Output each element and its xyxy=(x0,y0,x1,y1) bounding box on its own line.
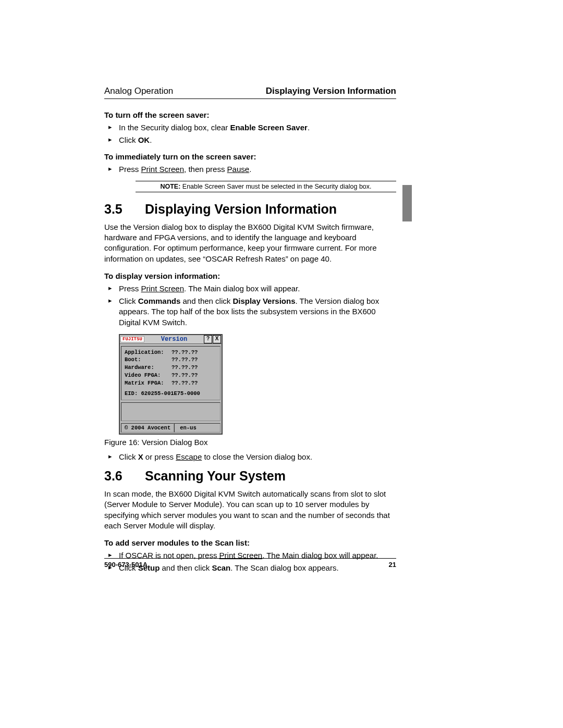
list-item: Press Print Screen, then press Pause. xyxy=(104,164,396,175)
version-panel: Application:??.??.?? Boot:??.??.?? Hardw… xyxy=(121,346,221,400)
table-row: Application:??.??.?? xyxy=(125,349,217,356)
section-heading-3-5: 3.5 Displaying Version Information xyxy=(104,202,396,217)
subhead-display-version: To display version information: xyxy=(104,272,396,280)
list-item: Press Print Screen. The Main dialog box … xyxy=(104,283,396,294)
running-header: Analog Operation Displaying Version Info… xyxy=(104,86,396,99)
section-number: 3.5 xyxy=(104,202,145,217)
section-heading-3-6: 3.6 Scanning Your System xyxy=(104,468,396,484)
subhead-turn-off-screensaver: To turn off the screen saver: xyxy=(104,110,396,119)
section-title: Displaying Version Information xyxy=(145,202,337,217)
header-right: Displaying Version Information xyxy=(266,86,396,96)
list-item: Click Commands and then click Display Ve… xyxy=(104,296,396,328)
figure-caption: Figure 16: Version Dialog Box xyxy=(104,438,396,447)
table-row: Hardware:??.??.?? xyxy=(125,364,217,372)
fujitsu-logo: FUJITSU xyxy=(120,336,144,342)
subhead-turn-on-screensaver: To immediately turn on the screen saver: xyxy=(104,152,396,161)
close-button[interactable]: X xyxy=(213,335,221,343)
section-3-5-paragraph: Use the Version dialog box to display th… xyxy=(104,222,396,264)
section-title: Scanning Your System xyxy=(145,468,286,484)
list-item: Click X or press Escape to close the Ver… xyxy=(104,452,396,462)
dialog-body: Application:??.??.?? Boot:??.??.?? Hardw… xyxy=(120,344,222,434)
language-cell: en-us xyxy=(174,423,221,433)
dialog-footer: © 2004 Avocent en-us xyxy=(121,423,221,433)
page-number: 21 xyxy=(389,561,396,569)
help-button[interactable]: ? xyxy=(204,335,212,343)
eid-row: EID: 620255-001E75-0000 xyxy=(125,390,217,398)
section-number: 3.6 xyxy=(104,468,145,484)
list-item: In the Security dialog box, clear Enable… xyxy=(104,122,396,133)
note-label: NOTE: xyxy=(160,183,180,190)
header-left: Analog Operation xyxy=(104,86,173,96)
table-row: Matrix FPGA:??.??.?? xyxy=(125,379,217,387)
page-footer: 590-673-501A 21 xyxy=(104,558,396,569)
list-item: Click OK. xyxy=(104,135,396,145)
page-content: Analog Operation Displaying Version Info… xyxy=(104,86,396,580)
section-3-6-paragraph: In scan mode, the BX600 Digital KVM Swit… xyxy=(104,489,396,531)
dialog-title: Version xyxy=(144,336,204,343)
note-box: NOTE: Enable Screen Saver must be select… xyxy=(136,181,396,192)
dialog-titlebar: FUJITSU Version ? X xyxy=(120,335,222,344)
section-tab-mark xyxy=(402,185,412,221)
table-row: Boot:??.??.?? xyxy=(125,356,217,364)
note-text: Enable Screen Saver must be selected in … xyxy=(180,183,371,190)
document-number: 590-673-501A xyxy=(104,561,148,569)
version-dialog: FUJITSU Version ? X Application:??.??.??… xyxy=(119,334,223,435)
copyright-cell: © 2004 Avocent xyxy=(121,423,174,433)
dialog-spacer xyxy=(121,402,221,421)
subhead-add-scan-list: To add server modules to the Scan list: xyxy=(104,538,396,547)
table-row: Video FPGA:??.??.?? xyxy=(125,372,217,379)
